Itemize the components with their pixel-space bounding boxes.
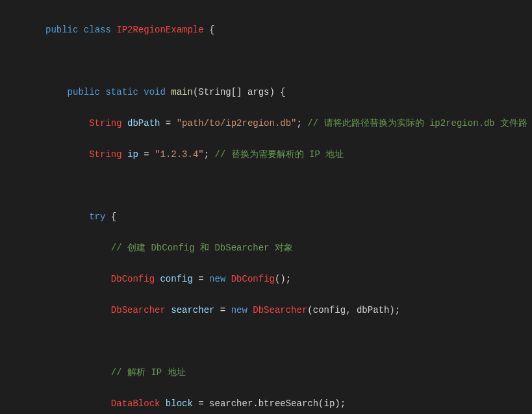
code-line: public class IP2RegionExample { xyxy=(32,22,532,38)
keyword-public: public xyxy=(68,87,100,97)
keyword-new: new xyxy=(209,274,225,284)
comment: // 创建 DbConfig 和 DbSearcher 对象 xyxy=(111,243,293,253)
type-string: String xyxy=(89,118,121,128)
var-searcher: searcher xyxy=(171,305,214,315)
code-line: public static void main(String[] args) { xyxy=(32,84,532,100)
code-line: DbConfig config = new DbConfig(); xyxy=(32,271,532,287)
code-line: // 创建 DbConfig 和 DbSearcher 对象 xyxy=(32,240,532,256)
class-name: IP2RegionExample xyxy=(116,25,203,35)
equals: = xyxy=(138,149,155,160)
brace: { xyxy=(105,212,116,222)
type-dbconfig: DbConfig xyxy=(111,274,155,284)
keyword-public: public xyxy=(45,25,78,35)
keyword-void: void xyxy=(144,87,166,97)
code-line xyxy=(32,53,532,69)
code-line: DataBlock block = searcher.btreeSearch(i… xyxy=(32,396,532,411)
comment: // 替换为需要解析的 IP 地址 xyxy=(215,149,344,160)
var-ip: ip xyxy=(127,149,138,160)
var-dbpath: dbPath xyxy=(127,118,160,128)
type-dbsearcher: DbSearcher xyxy=(111,305,166,315)
equals: = xyxy=(160,118,176,128)
ctor-dbsearcher: DbSearcher xyxy=(253,305,307,315)
rest: = searcher.btreeSearch(ip); xyxy=(193,398,346,409)
keyword-static: static xyxy=(105,87,138,97)
keyword-try: try xyxy=(89,212,105,222)
semicolon: ; xyxy=(204,149,215,160)
comment: // 请将此路径替换为实际的 ip2region.db 文件路 xyxy=(307,118,527,128)
keyword-class: class xyxy=(84,25,111,35)
ctor-dbconfig: DbConfig xyxy=(231,274,275,284)
comment: // 解析 IP 地址 xyxy=(111,367,186,378)
code-line: try { xyxy=(32,209,532,225)
code-line xyxy=(32,178,532,193)
code-line xyxy=(32,334,532,349)
brace: { xyxy=(204,25,215,35)
var-block: block xyxy=(166,398,193,409)
semicolon: ; xyxy=(297,118,308,128)
code-line: DbSearcher searcher = new DbSearcher(con… xyxy=(32,302,532,318)
equals: = xyxy=(214,305,231,315)
paren: (config, dbPath); xyxy=(307,305,400,315)
code-line: // 解析 IP 地址 xyxy=(32,365,532,380)
code-block: public class IP2RegionExample { public s… xyxy=(32,0,532,414)
keyword-new: new xyxy=(231,305,247,315)
equals: = xyxy=(193,274,209,284)
method-signature: (String[] args) { xyxy=(193,87,286,97)
type-datablock: DataBlock xyxy=(111,398,160,409)
string-literal: "path/to/ip2region.db" xyxy=(177,118,297,128)
string-literal: "1.2.3.4" xyxy=(155,149,204,160)
type-string: String xyxy=(89,149,121,160)
method-main: main xyxy=(171,87,193,97)
code-line: String dbPath = "path/to/ip2region.db"; … xyxy=(32,116,532,131)
var-config: config xyxy=(160,274,192,284)
paren: (); xyxy=(275,274,291,284)
code-line: String ip = "1.2.3.4"; // 替换为需要解析的 IP 地址 xyxy=(32,147,532,162)
